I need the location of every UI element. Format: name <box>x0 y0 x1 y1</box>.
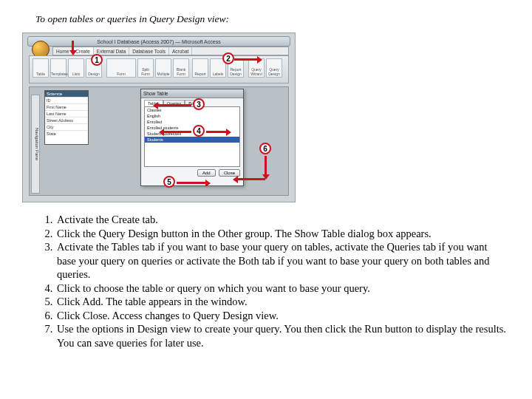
callout-6: 6 <box>259 143 271 154</box>
ribbon-report: Report <box>192 58 208 78</box>
arrow-6 <box>265 156 267 175</box>
field-row: City <box>45 123 88 130</box>
step-5: Click Add. The table appears in the wind… <box>55 295 506 309</box>
ribbon-templates: Templates <box>50 58 66 78</box>
ribbon-label: Report <box>193 72 208 76</box>
dialog-buttons: Add Close <box>141 167 243 179</box>
list-item-selected: Students <box>145 137 239 143</box>
field-row: Last Name <box>45 110 88 117</box>
ribbon-label: Query Design <box>267 67 282 76</box>
ribbon-tabstrip: Home Create External Data Database Tools… <box>52 47 289 55</box>
ribbon-label: Labels <box>211 72 225 76</box>
ribbon-lists: Lists <box>68 58 84 78</box>
arrow-2 <box>234 58 258 61</box>
dialog-list: Classes English Enrolled Enrolled studen… <box>144 106 240 167</box>
ribbon-label: Form <box>107 72 135 76</box>
arrow-4a <box>163 131 191 133</box>
ribbon-multi: Multiple <box>155 58 171 78</box>
ribbon-label: Lists <box>69 72 83 76</box>
instruction-list: Activate the Create tab. Click the Query… <box>22 213 510 349</box>
callout-2: 2 <box>222 52 234 64</box>
add-button: Add <box>197 169 216 177</box>
ribbon-form: Form <box>106 58 136 78</box>
ribbon-label: Split Form <box>138 67 153 76</box>
ribbon-label: Query Wizard <box>249 67 264 76</box>
tab-database-tools: Database Tools <box>129 47 169 55</box>
ribbon-blank: Blank Form <box>173 58 189 78</box>
step-2: Click the Query Design button in the Oth… <box>55 227 506 241</box>
ribbon-label: Table <box>33 72 48 76</box>
list-item: Enrolled <box>145 119 239 125</box>
arrow-5 <box>177 182 206 184</box>
step-6: Click Close. Access changes to Query Des… <box>55 309 506 323</box>
navigation-pane: Navigation Pane <box>31 95 40 194</box>
field-row: ID <box>45 97 88 103</box>
callout-1: 1 <box>91 54 103 66</box>
ribbon-label: Design <box>86 72 101 76</box>
tab-external-data: External Data <box>94 47 129 55</box>
field-list: Science ID First Name Last Name Street A… <box>44 90 89 145</box>
step-3: Activate the Tables tab if you want to b… <box>55 240 506 282</box>
step-7: Use the options in Design view to create… <box>55 322 506 349</box>
callout-4: 4 <box>193 125 205 137</box>
ribbon-label: Report Design <box>228 67 243 76</box>
tutorial-screenshot: School I Database (Access 2007) — Micros… <box>22 33 296 202</box>
field-row: Street Address <box>45 117 88 123</box>
step-4: Click to choose the table or query on wh… <box>55 282 506 296</box>
field-row: State <box>45 130 88 137</box>
ribbon-label: Blank Form <box>174 67 188 76</box>
arrow-3 <box>157 104 191 106</box>
tab-acrobat: Acrobat <box>169 47 192 55</box>
ribbon-splitform: Split Form <box>137 58 154 78</box>
ribbon-label: Multiple <box>156 72 171 76</box>
step-1: Activate the Create tab. <box>55 213 506 227</box>
dialog-title: Show Table <box>141 89 243 98</box>
list-item: English <box>145 113 239 119</box>
section-heading: To open tables or queries in Query Desig… <box>35 13 510 25</box>
arrow-6b <box>237 178 265 180</box>
list-item: Classes <box>145 107 239 113</box>
arrow-4b <box>206 131 227 133</box>
arrow-1 <box>72 41 74 51</box>
field-row: First Name <box>45 103 88 110</box>
ribbon-table: Table <box>33 58 49 78</box>
callout-3: 3 <box>193 98 205 110</box>
callout-5: 5 <box>163 176 175 188</box>
ribbon-label: Templates <box>51 72 66 76</box>
app-titlebar: School I Database (Access 2007) — Micros… <box>27 36 290 47</box>
field-list-title: Science <box>45 91 88 97</box>
ribbon-qdes: Query Design <box>266 58 282 78</box>
